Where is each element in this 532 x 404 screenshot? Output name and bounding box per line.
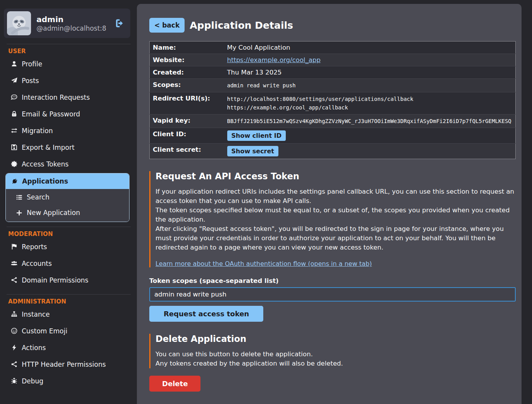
website-link[interactable]: https://example.org/cool_app (227, 56, 321, 64)
delete-button[interactable]: Delete (149, 376, 200, 392)
sidebar-item-interaction-requests[interactable]: Interaction Requests (0, 89, 134, 106)
flag-icon (11, 243, 17, 250)
request-access-token-button[interactable]: Request access token (149, 306, 263, 322)
redirect-uri: http://localhost:8080/settings/user/appl… (227, 95, 513, 103)
sidebar-item-debug[interactable]: Debug (0, 373, 134, 389)
table-row-client-secret: Client secret: Show secret (150, 144, 516, 159)
sidebar-item-email-password[interactable]: Email & Password (0, 106, 134, 122)
request-token-section: Request An API Access Token If your appl… (149, 171, 516, 267)
section-label-user: USER (8, 48, 134, 55)
applications-group: Applications Search New Application (5, 173, 130, 222)
row-label: Website: (150, 54, 224, 66)
row-label: Redirect URI(s): (150, 92, 224, 114)
sidebar-item-actions[interactable]: Actions (0, 339, 134, 356)
redirect-uri: https://example.org/cool_app/callback (227, 103, 513, 112)
user-name: admin (36, 14, 106, 24)
sidebar-item-profile[interactable]: Profile (0, 55, 134, 72)
title-row: < back Application Details (149, 18, 516, 33)
sidebar-item-label: Access Tokens (22, 160, 69, 168)
plus-icon (16, 210, 22, 216)
scopes-value: admin read write push (224, 79, 516, 92)
sidebar-item-reports[interactable]: Reports (0, 238, 134, 255)
sidebar-item-label: Custom Emoji (22, 327, 67, 335)
sidebar-item-label: Actions (22, 344, 46, 352)
sidebar-item-migration[interactable]: Migration (0, 122, 134, 139)
lock-icon (11, 111, 17, 117)
sitemap-icon (11, 311, 17, 317)
main-panel: < back Application Details Name: My Cool… (137, 4, 522, 404)
row-label: Scopes: (150, 79, 224, 92)
section-title: Request An API Access Token (155, 171, 516, 181)
section-paragraph: The token scopes specified below must be… (155, 206, 516, 224)
show-client-id-button[interactable]: Show client ID (227, 130, 286, 141)
sidebar-item-applications[interactable]: Applications (6, 173, 129, 189)
user-card[interactable]: admin @admin@localhost:80... (4, 9, 130, 38)
row-label: Client ID: (150, 128, 224, 144)
table-row-website: Website: https://example.org/cool_app (150, 54, 516, 66)
section-title: Delete Application (155, 334, 516, 344)
sidebar-item-posts[interactable]: Posts (0, 72, 134, 89)
certificate-icon (11, 161, 17, 167)
sidebar-item-label: Applications (22, 177, 68, 185)
oauth-docs-link[interactable]: Learn more about the OAuth authenticatio… (155, 260, 372, 267)
exchange-icon (11, 127, 17, 134)
table-row-scopes: Scopes: admin read write push (150, 79, 516, 92)
back-button[interactable]: < back (149, 18, 185, 33)
sidebar-item-label: New Application (27, 209, 80, 217)
sidebar-item-label: Accounts (22, 260, 52, 267)
sidebar-item-label: Interaction Requests (22, 94, 90, 101)
divider (7, 294, 131, 295)
delete-application-section: Delete Application You can use this butt… (149, 334, 516, 368)
token-scopes-input[interactable] (149, 287, 516, 302)
sidebar-item-label: Migration (22, 127, 53, 135)
paper-plane-icon (11, 77, 17, 84)
row-label: Name: (150, 42, 224, 54)
sidebar-item-label: Posts (22, 77, 39, 85)
sidebar-item-label: Instance (22, 310, 50, 318)
show-secret-button[interactable]: Show secret (227, 146, 279, 156)
sidebar-item-label: Domain Permissions (22, 276, 88, 284)
divider (7, 44, 131, 44)
sidebar-item-label: Export & Import (22, 144, 74, 151)
sign-out-icon[interactable] (115, 18, 125, 28)
divider (7, 227, 131, 227)
sidebar-item-access-tokens[interactable]: Access Tokens (0, 156, 134, 172)
sidebar-item-label: Email & Password (22, 110, 80, 118)
application-details-table: Name: My Cool Application Website: https… (149, 41, 516, 159)
section-label-administration: ADMINISTRATION (8, 298, 134, 305)
sidebar-item-export-import[interactable]: Export & Import (0, 139, 134, 156)
user-icon (11, 61, 17, 67)
table-row-name: Name: My Cool Application (150, 42, 516, 54)
sidebar-item-accounts[interactable]: Accounts (0, 255, 134, 272)
sidebar-item-domain-permissions[interactable]: Domain Permissions (0, 272, 134, 288)
floppy-disk-icon (11, 144, 17, 151)
share-nodes-icon (11, 277, 17, 283)
table-row-client-id: Client ID: Show client ID (150, 128, 516, 144)
sidebar-item-instance[interactable]: Instance (0, 306, 134, 323)
row-label: Vapid key: (150, 114, 224, 128)
table-row-redirect-uris: Redirect URI(s): http://localhost:8080/s… (150, 92, 516, 114)
sidebar-item-custom-emoji[interactable]: Custom Emoji (0, 323, 134, 339)
sidebar-item-applications-search[interactable]: Search (6, 189, 129, 205)
applications-submenu: Search New Application (6, 189, 129, 222)
plug-icon (10, 177, 19, 186)
table-row-created: Created: Thu Mar 13 2025 (150, 66, 516, 79)
bolt-icon (11, 344, 17, 351)
section-paragraph: After clicking "Request access token", y… (155, 224, 516, 252)
section-paragraph: You can use this button to delete the ap… (155, 350, 516, 359)
sidebar-item-label: Profile (22, 60, 42, 68)
application-name: My Cool Application (224, 42, 516, 54)
users-icon (11, 260, 17, 267)
token-scopes-label: Token scopes (space-separated list) (149, 277, 516, 284)
page-title: Application Details (190, 20, 293, 31)
section-paragraph: If your application redirect URIs includ… (155, 187, 516, 206)
row-label: Client secret: (150, 144, 224, 159)
sidebar-item-new-application[interactable]: New Application (6, 205, 129, 220)
smile-icon (11, 328, 17, 334)
sidebar-item-label: HTTP Header Permissions (22, 361, 106, 368)
vapid-key-value: BBJffJ219b5iE512m7wQSzv4KgKDhgZZVzNyWC_r… (224, 114, 516, 128)
sidebar-item-http-header-permissions[interactable]: HTTP Header Permissions (0, 356, 134, 373)
avatar (7, 11, 31, 35)
section-paragraph: Any tokens created by the application wi… (155, 359, 516, 368)
user-handle: @admin@localhost:80... (36, 24, 106, 32)
